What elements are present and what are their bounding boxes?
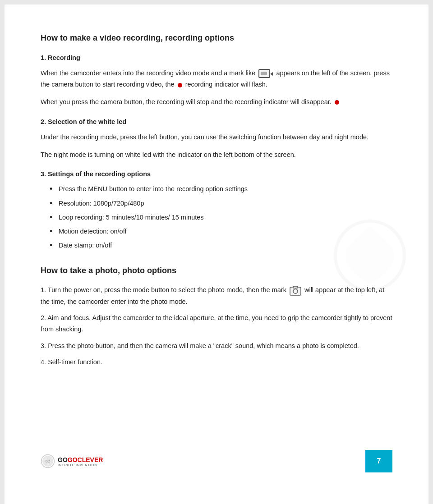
logo-text-block: GO GOCLEVER INFINITE INVENTION	[58, 456, 103, 467]
page: How to make a video recording, recording…	[5, 5, 428, 504]
photo-item-4-text: Self-timer function.	[48, 358, 102, 366]
section2-para1: Under the recording mode, press the left…	[41, 132, 392, 143]
section1-para1-end: recording indicator will flash.	[185, 81, 267, 88]
photo-item-2: 2. Aim and focus. Adjust the camcorder t…	[41, 312, 392, 334]
photo-section-heading: How to take a photo, photo options	[41, 264, 392, 277]
section2-number: 2. Selection of the white led	[41, 117, 392, 127]
photo-mode-icon	[290, 285, 301, 296]
footer: GO GO GOCLEVER INFINITE INVENTION 7	[41, 450, 392, 472]
svg-text:GO: GO	[45, 459, 51, 463]
list-item: Loop recording: 5 minutes/10 minutes/ 15…	[50, 212, 392, 223]
svg-rect-6	[293, 286, 298, 288]
photo-item-3-number: 3.	[41, 342, 48, 349]
logo-icon: GO	[41, 454, 55, 468]
section2-para2: The night mode is turning on white led w…	[41, 149, 392, 160]
list-item: Date stamp: on/off	[50, 240, 392, 251]
list-item: Motion detection: on/off	[50, 226, 392, 237]
section3-bullets: Press the MENU button to enter into the …	[41, 184, 392, 251]
photo-item-4: 4. Self-timer function.	[41, 357, 392, 368]
logo-brand: GOCLEVER	[68, 456, 103, 463]
photo-item-2-number: 2.	[41, 314, 47, 321]
main-heading: How to make a video recording, recording…	[41, 32, 392, 45]
content: How to make a video recording, recording…	[41, 32, 392, 450]
section3: 3. Settings of the recording options Pre…	[41, 169, 392, 251]
footer-logo: GO GO GOCLEVER INFINITE INVENTION	[41, 450, 112, 472]
recording-dot-2	[335, 100, 339, 105]
photo-item-3: 3. Press the photo button, and then the …	[41, 340, 392, 352]
logo-subtitle: INFINITE INVENTION	[58, 463, 103, 467]
recording-dot-indicator	[178, 83, 182, 87]
svg-rect-2	[261, 72, 267, 75]
section3-number: 3. Settings of the recording options	[41, 169, 392, 179]
photo-item-1: 1. Turn the power on, press the mode but…	[41, 284, 392, 307]
svg-marker-3	[270, 72, 273, 76]
section1-para2-text: When you press the camera button, the re…	[41, 98, 332, 105]
photo-item-3-text: Press the photo button, and then the cam…	[48, 342, 359, 349]
list-item: Resolution: 1080p/720p/480p	[50, 198, 392, 209]
section1-para2: When you press the camera button, the re…	[41, 96, 392, 108]
photo-item-4-number: 4.	[41, 358, 48, 366]
section1-number: 1. Recording	[41, 53, 392, 63]
logo-top: GO GOCLEVER	[58, 456, 103, 463]
section2: 2. Selection of the white led Under the …	[41, 117, 392, 160]
logo-go: GO	[58, 456, 68, 463]
list-item: Press the MENU button to enter into the …	[50, 184, 392, 194]
photo-item-1-before: Turn the power on, press the mode button…	[48, 286, 286, 293]
photo-item-2-text: Aim and focus. Adjust the camcorder to t…	[41, 314, 392, 333]
photo-item-1-number: 1.	[41, 286, 48, 293]
rec-mode-icon	[258, 68, 273, 79]
page-number: 7	[365, 450, 392, 472]
section1-para1: When the camcorder enters into the recor…	[41, 68, 392, 90]
section1-para1-before: When the camcorder enters into the recor…	[41, 69, 255, 77]
